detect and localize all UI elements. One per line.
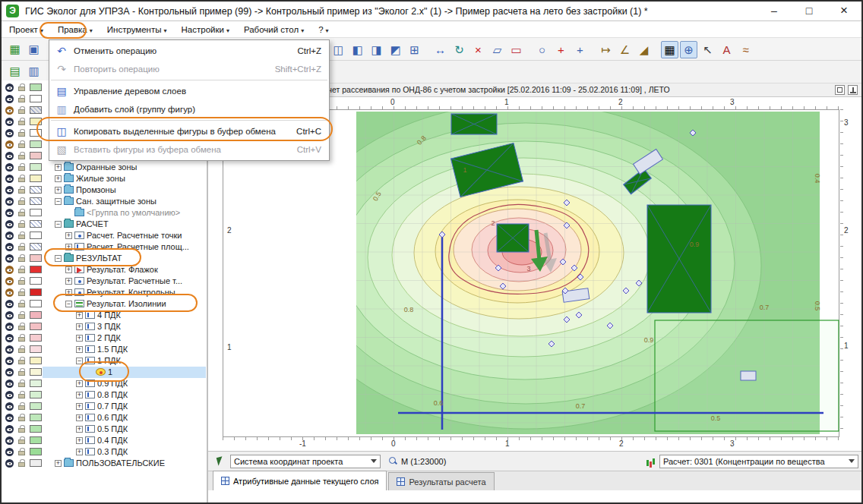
tree-expander[interactable]: +	[76, 403, 83, 410]
layer-label[interactable]: 0.3 ПДК	[97, 446, 128, 458]
eye-icon[interactable]	[5, 186, 14, 194]
lock-icon[interactable]	[18, 394, 25, 398]
tree-row-4pdk[interactable]: +4 ПДК	[2, 310, 206, 321]
layer-label[interactable]: 0.7 ПДК	[97, 401, 128, 412]
eye-icon[interactable]	[5, 232, 14, 240]
layer-label[interactable]: 0.5 ПДК	[97, 424, 128, 435]
layer-color-swatch[interactable]	[30, 391, 42, 398]
layer-color-swatch[interactable]	[30, 323, 42, 330]
layer-color-swatch[interactable]	[30, 334, 42, 342]
measure-length-icon[interactable]: ↦	[597, 41, 615, 58]
tree-expander[interactable]: −	[55, 255, 62, 262]
tab-results[interactable]: Результаты расчета	[388, 472, 494, 490]
layer-label[interactable]: 0.6 ПДК	[97, 412, 128, 424]
menu-tools[interactable]: Инструменты▾	[100, 23, 174, 36]
menu-item-add-layer[interactable]: ▥ Добавить слой (группу фигур)	[49, 100, 329, 118]
lock-icon[interactable]	[18, 109, 25, 114]
layer-label[interactable]: Расчет. Расчетные точки	[87, 230, 182, 241]
lock-icon[interactable]	[18, 269, 25, 273]
lock-icon[interactable]	[18, 417, 25, 421]
tab-attributes[interactable]: Атрибутивные данные текущего слоя	[213, 471, 387, 490]
tree-expander[interactable]: −	[76, 358, 83, 364]
layer-color-swatch[interactable]	[30, 220, 42, 228]
tree-expander[interactable]: +	[65, 289, 72, 296]
lock-icon[interactable]	[18, 246, 25, 250]
eye-icon[interactable]	[5, 323, 14, 331]
lock-icon[interactable]	[18, 326, 25, 330]
layer-label[interactable]: 4 ПДК	[97, 310, 121, 321]
building[interactable]	[497, 224, 529, 252]
tree-row-san-zones[interactable]: −Сан. защитные зоны	[2, 196, 206, 207]
table-icon[interactable]: ▦	[6, 40, 24, 58]
eye-icon[interactable]	[5, 254, 14, 263]
tree-expander[interactable]: +	[76, 414, 83, 421]
layer-label[interactable]: ПОЛЬЗОВАТЕЛЬСКИЕ	[76, 458, 165, 469]
lock-icon[interactable]	[18, 291, 25, 296]
measure-area-icon[interactable]: ◢	[635, 41, 653, 58]
add-vertex-icon[interactable]: +	[571, 41, 589, 58]
layer-label[interactable]: 1.5 ПДК	[97, 344, 128, 355]
layer-color-swatch[interactable]	[30, 83, 42, 91]
copy-figures-icon[interactable]: ◫	[330, 41, 347, 58]
tree-row-05pdk[interactable]: +0.5 ПДК	[2, 424, 206, 435]
lock-icon[interactable]	[18, 314, 25, 319]
tree-expander[interactable]: +	[65, 232, 72, 239]
tree-expander[interactable]: −	[55, 221, 62, 228]
layer-color-swatch[interactable]	[30, 106, 42, 114]
tree-row-2pdk[interactable]: +2 ПДК	[2, 332, 206, 344]
layer-color-swatch[interactable]	[30, 288, 42, 296]
tree-expander[interactable]: +	[76, 346, 83, 353]
layer-color-swatch[interactable]	[30, 163, 42, 171]
eye-icon[interactable]	[5, 436, 14, 445]
tree-expander[interactable]: +	[65, 266, 72, 273]
layer-label[interactable]: 0.4 ПДК	[97, 435, 128, 446]
tree-expander[interactable]: +	[65, 244, 72, 250]
layer-tree-icon[interactable]: ▥	[25, 62, 43, 80]
layer-color-swatch[interactable]	[30, 232, 42, 239]
tree-row-rezultat-tochki[interactable]: +Результат. Расчетные т...	[2, 276, 206, 287]
eye-icon[interactable]	[5, 345, 14, 354]
pin-panel-button[interactable]	[848, 85, 858, 95]
layer-color-swatch[interactable]	[30, 243, 42, 250]
eye-icon[interactable]	[5, 391, 14, 399]
eye-icon[interactable]	[5, 106, 14, 115]
tree-expander[interactable]: +	[76, 449, 83, 455]
lock-icon[interactable]	[18, 348, 25, 353]
lock-icon[interactable]	[18, 166, 25, 171]
tree-row-ohrannye[interactable]: +Охранные зоны	[2, 162, 206, 173]
layer-color-swatch[interactable]	[30, 448, 42, 455]
tree-row-04pdk[interactable]: +0.4 ПДК	[2, 435, 206, 446]
tree-row-07pdk[interactable]: +0.7 ПДК	[2, 401, 206, 412]
layer-color-swatch[interactable]	[30, 277, 42, 285]
tree-row-polzovatelskie[interactable]: +ПОЛЬЗОВАТЕЛЬСКИЕ	[2, 458, 206, 469]
layer-color-swatch[interactable]	[30, 186, 42, 194]
layer-color-swatch[interactable]	[30, 368, 42, 376]
tree-expander[interactable]: +	[55, 187, 62, 194]
rotate-figure-icon[interactable]: ↻	[450, 41, 468, 58]
tree-row-06pdk[interactable]: +0.6 ПДК	[2, 412, 206, 424]
lock-icon[interactable]	[18, 462, 25, 467]
lock-icon[interactable]	[18, 371, 25, 376]
layer-label[interactable]: 3 ПДК	[97, 321, 121, 332]
eye-icon[interactable]	[5, 243, 14, 251]
tree-expander[interactable]: +	[76, 323, 83, 330]
layer-label[interactable]: Сан. защитные зоны	[76, 196, 156, 207]
tree-expander[interactable]: +	[55, 175, 62, 182]
lock-icon[interactable]	[18, 257, 25, 262]
tree-expander[interactable]: +	[76, 312, 83, 319]
tree-row-15pdk[interactable]: +1.5 ПДК	[2, 344, 206, 355]
select-region-icon[interactable]: ▦	[661, 41, 678, 58]
maximize-panel-button[interactable]	[835, 85, 845, 95]
tree-expander[interactable]: +	[65, 278, 72, 285]
eye-icon[interactable]	[5, 152, 14, 160]
lock-icon[interactable]	[18, 303, 25, 307]
layer-label[interactable]: 2 ПДК	[97, 332, 121, 344]
menu-item-redo[interactable]: ↷ Повторить операцию Shift+Ctrl+Z	[49, 60, 329, 78]
move-figure-icon[interactable]: ↔	[432, 41, 449, 58]
eye-icon[interactable]	[5, 357, 14, 365]
tree-expander[interactable]: +	[76, 380, 83, 387]
layer-color-swatch[interactable]	[30, 152, 42, 159]
building[interactable]	[647, 205, 711, 313]
pan-icon[interactable]: ↖	[699, 41, 716, 58]
eye-icon[interactable]	[5, 163, 14, 172]
